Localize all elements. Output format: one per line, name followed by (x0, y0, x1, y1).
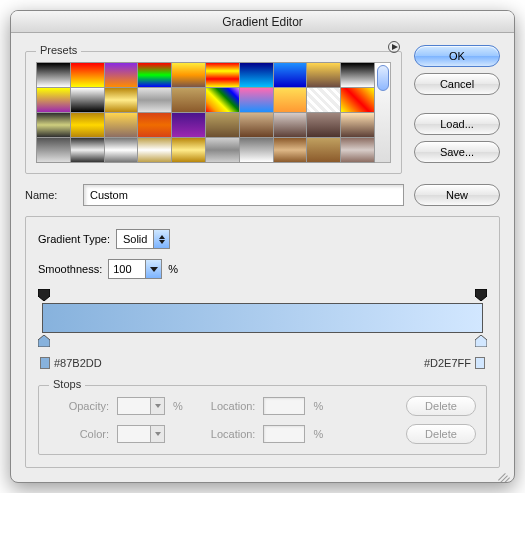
name-input[interactable] (83, 184, 404, 206)
window-title: Gradient Editor (11, 11, 514, 33)
svg-marker-3 (475, 289, 487, 301)
opacity-input (117, 397, 165, 415)
location-label-2: Location: (211, 428, 256, 440)
gradient-editor-window: Gradient Editor Presets (10, 10, 515, 483)
color-label: Color: (49, 428, 109, 440)
preset-swatch[interactable] (307, 88, 340, 112)
start-hex: #87B2DD (54, 357, 102, 369)
presets-menu-icon[interactable] (387, 40, 401, 54)
delete-color-stop-button: Delete (406, 424, 476, 444)
save-button[interactable]: Save... (414, 141, 500, 163)
preset-swatch[interactable] (71, 113, 104, 137)
preset-scrollbar[interactable] (375, 62, 391, 163)
svg-marker-4 (38, 335, 50, 347)
opacity-label: Opacity: (49, 400, 109, 412)
svg-marker-2 (38, 289, 50, 301)
preset-swatch[interactable] (105, 138, 138, 162)
preset-swatch[interactable] (240, 138, 273, 162)
scrollbar-thumb[interactable] (377, 65, 389, 91)
preset-swatch[interactable] (37, 88, 70, 112)
location-label-1: Location: (211, 400, 256, 412)
svg-marker-5 (475, 335, 487, 347)
preset-swatch[interactable] (274, 88, 307, 112)
preset-swatch[interactable] (274, 63, 307, 87)
presets-label: Presets (36, 44, 81, 56)
preset-swatch[interactable] (105, 113, 138, 137)
percent-label-3: % (313, 400, 323, 412)
opacity-stop-right[interactable] (475, 289, 487, 301)
preset-swatch[interactable] (341, 113, 374, 137)
end-color-swatch (475, 357, 485, 369)
preset-swatch[interactable] (172, 88, 205, 112)
preset-swatch[interactable] (206, 63, 239, 87)
preset-swatch[interactable] (341, 63, 374, 87)
preset-swatch[interactable] (307, 138, 340, 162)
gradient-bar[interactable] (42, 303, 483, 333)
preset-swatch[interactable] (71, 88, 104, 112)
preset-swatch[interactable] (240, 88, 273, 112)
svg-marker-1 (392, 44, 398, 50)
preset-swatch[interactable] (37, 63, 70, 87)
preset-swatch[interactable] (240, 113, 273, 137)
preset-swatch[interactable] (172, 138, 205, 162)
preset-swatch[interactable] (105, 63, 138, 87)
preset-swatch[interactable] (307, 113, 340, 137)
preset-swatch[interactable] (206, 88, 239, 112)
preset-swatch[interactable] (105, 88, 138, 112)
name-label: Name: (25, 189, 73, 201)
preset-swatch[interactable] (307, 63, 340, 87)
preset-swatch[interactable] (71, 138, 104, 162)
opacity-location-input (263, 397, 305, 415)
load-button[interactable]: Load... (414, 113, 500, 135)
gradient-type-label: Gradient Type: (38, 233, 110, 245)
percent-label-2: % (173, 400, 183, 412)
preset-swatch[interactable] (341, 138, 374, 162)
gradient-type-select[interactable]: Solid (116, 229, 170, 249)
presets-group: Presets (25, 51, 402, 174)
percent-label: % (168, 263, 178, 275)
preset-swatch[interactable] (172, 113, 205, 137)
preset-swatch[interactable] (138, 113, 171, 137)
stepper-arrows-icon (153, 230, 169, 248)
ok-button[interactable]: OK (414, 45, 500, 67)
gradient-type-value: Solid (117, 230, 153, 248)
percent-label-4: % (313, 428, 323, 440)
dropdown-arrow-icon (145, 260, 161, 278)
preset-swatch[interactable] (37, 113, 70, 137)
preset-swatch[interactable] (341, 88, 374, 112)
delete-opacity-stop-button: Delete (406, 396, 476, 416)
preset-swatch[interactable] (172, 63, 205, 87)
smoothness-label: Smoothness: (38, 263, 102, 275)
stops-label: Stops (49, 378, 85, 390)
color-stop-left[interactable] (38, 335, 50, 347)
preset-swatch[interactable] (138, 88, 171, 112)
cancel-button[interactable]: Cancel (414, 73, 500, 95)
gradient-ramp[interactable] (38, 289, 487, 347)
color-input (117, 425, 165, 443)
preset-grid (36, 62, 375, 163)
resize-grip-icon[interactable] (496, 464, 510, 478)
preset-swatch[interactable] (37, 138, 70, 162)
smoothness-value: 100 (109, 260, 145, 278)
smoothness-input[interactable]: 100 (108, 259, 162, 279)
color-stop-right[interactable] (475, 335, 487, 347)
preset-swatch[interactable] (71, 63, 104, 87)
color-location-input (263, 425, 305, 443)
preset-swatch[interactable] (274, 113, 307, 137)
preset-swatch[interactable] (138, 138, 171, 162)
preset-swatch[interactable] (240, 63, 273, 87)
stops-group: Stops Opacity: % Location: % Delete Colo… (38, 385, 487, 455)
preset-swatch[interactable] (206, 113, 239, 137)
opacity-stop-left[interactable] (38, 289, 50, 301)
gradient-settings-group: Gradient Type: Solid Smoothness: 100 % (25, 216, 500, 468)
start-color-swatch (40, 357, 50, 369)
new-button[interactable]: New (414, 184, 500, 206)
preset-swatch[interactable] (274, 138, 307, 162)
preset-swatch[interactable] (138, 63, 171, 87)
preset-swatch[interactable] (206, 138, 239, 162)
end-hex: #D2E7FF (424, 357, 471, 369)
